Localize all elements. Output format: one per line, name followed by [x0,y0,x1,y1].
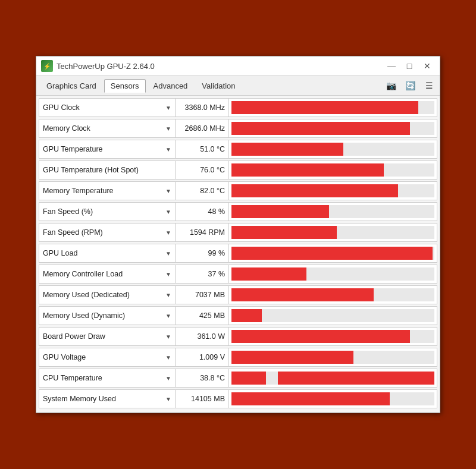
close-button[interactable]: ✕ [419,60,435,72]
sensor-bar-container-9 [229,285,437,304]
sensor-label-text: GPU Temperature (Hot Spot) [43,166,139,174]
sensor-label-9[interactable]: Memory Used (Dedicated)▼ [39,285,176,304]
menu-icons: 📷 🔄 ☰ [384,78,436,93]
sensor-bar-wrapper-13 [231,372,434,385]
sensor-row: GPU Load▼99 % [39,244,437,263]
sensor-bar-container-12 [229,348,437,367]
dropdown-arrow-icon: ▼ [165,271,171,278]
sensor-value-5: 48 % [176,202,229,221]
sensor-value-12: 1.009 V [176,348,229,367]
tab-sensors[interactable]: Sensors [104,79,146,93]
sensor-label-7[interactable]: GPU Load▼ [39,244,176,263]
dropdown-arrow-icon: ▼ [165,375,171,382]
refresh-icon[interactable]: 🔄 [403,78,417,93]
sensor-label-text: Fan Speed (RPM) [43,228,103,237]
sensor-bar-wrapper-2 [231,143,434,156]
sensor-value-0: 3368.0 MHz [176,98,229,117]
sensor-bar-container-14 [229,389,437,408]
tab-advanced[interactable]: Advanced [147,79,195,93]
sensor-bar-wrapper-1 [231,122,434,135]
sensor-label-text: GPU Voltage [43,353,86,361]
sensor-row: System Memory Used▼14105 MB [39,389,437,408]
sensor-bar-container-7 [229,244,437,263]
sensor-label-text: CPU Temperature [43,374,102,382]
sensor-bar-container-1 [229,119,437,138]
sensor-bar-fill-14 [231,392,390,405]
sensor-row: Fan Speed (RPM)▼1594 RPM [39,223,437,242]
sensor-label-5[interactable]: Fan Speed (%)▼ [39,202,176,221]
sensor-bar-fill-0 [231,101,418,114]
sensor-label-text: Board Power Draw [43,332,105,341]
sensor-bar-wrapper-12 [231,351,434,364]
sensor-bar-fill-2 [231,143,343,156]
dropdown-arrow-icon: ▼ [165,146,171,153]
app-icon: ⚡ [41,60,53,72]
sensor-label-6[interactable]: Fan Speed (RPM)▼ [39,223,176,242]
sensor-bar-wrapper-0 [231,101,434,114]
tab-graphics-card[interactable]: Graphics Card [40,79,103,93]
dropdown-arrow-icon: ▼ [165,250,171,257]
sensor-label-text: Memory Clock [43,124,90,133]
sensor-label-text: Fan Speed (%) [43,207,93,216]
sensor-label-0[interactable]: GPU Clock▼ [39,98,176,117]
sensor-bar-fill-5 [231,205,329,218]
sensors-content: GPU Clock▼3368.0 MHzMemory Clock▼2686.0 … [36,96,440,413]
sensor-value-8: 37 % [176,265,229,284]
dropdown-arrow-icon: ▼ [165,209,171,215]
sensor-bar-fill-9 [231,288,374,301]
sensor-row: CPU Temperature▼38.8 °C [39,369,437,388]
sensor-value-7: 99 % [176,244,229,263]
sensor-label-text: Memory Controller Load [43,270,123,278]
camera-icon[interactable]: 📷 [384,78,398,93]
sensor-label-text: Memory Used (Dedicated) [43,291,130,299]
hamburger-menu-icon[interactable]: ☰ [422,78,436,93]
sensor-bar-wrapper-3 [231,163,434,177]
sensor-bar-container-2 [229,140,437,159]
sensor-label-13[interactable]: CPU Temperature▼ [39,369,176,388]
sensor-label-8[interactable]: Memory Controller Load▼ [39,265,176,284]
sensor-bar-wrapper-8 [231,267,434,281]
sensor-label-2[interactable]: GPU Temperature▼ [39,140,176,159]
sensor-value-11: 361.0 W [176,327,229,346]
bar-base [231,372,434,385]
sensor-bar-container-13 [229,369,437,388]
title-bar: ⚡ TechPowerUp GPU-Z 2.64.0 — □ ✕ [36,56,440,76]
sensor-bar-wrapper-11 [231,330,434,343]
sensor-label-12[interactable]: GPU Voltage▼ [39,348,176,367]
sensor-bar-container-6 [229,223,437,242]
sensor-row: GPU Temperature▼51.0 °C [39,140,437,159]
sensor-label-10[interactable]: Memory Used (Dynamic)▼ [39,306,176,325]
sensor-value-9: 7037 MB [176,285,229,304]
sensor-value-1: 2686.0 MHz [176,119,229,138]
sensor-label-4[interactable]: Memory Temperature▼ [39,181,176,200]
sensor-label-3: GPU Temperature (Hot Spot) [39,160,176,180]
tab-validation[interactable]: Validation [195,79,242,93]
dropdown-arrow-icon: ▼ [165,105,171,111]
sensor-bar-wrapper-14 [231,392,434,405]
maximize-button[interactable]: □ [402,60,417,72]
sensor-label-text: GPU Clock [43,103,80,112]
dropdown-arrow-icon: ▼ [165,396,171,402]
sensor-label-text: GPU Temperature [43,145,103,153]
sensor-value-13: 38.8 °C [176,369,229,388]
sensor-bar-wrapper-5 [231,205,434,218]
sensor-bar-wrapper-7 [231,247,434,260]
sensor-value-4: 82.0 °C [176,181,229,200]
sensor-bar-container-10 [229,306,437,325]
window-title: TechPowerUp GPU-Z 2.64.0 [57,62,155,71]
sensor-value-14: 14105 MB [176,389,229,408]
sensor-label-text: Memory Used (Dynamic) [43,311,125,320]
sensor-label-1[interactable]: Memory Clock▼ [39,119,176,138]
sensor-value-2: 51.0 °C [176,140,229,159]
sensor-bar-fill-11 [231,330,410,343]
sensor-bar-wrapper-9 [231,288,434,301]
minimize-button[interactable]: — [384,60,399,72]
bar-dip [266,372,278,385]
sensor-row: Fan Speed (%)▼48 % [39,202,437,221]
sensor-bar-fill-10 [231,309,262,322]
dropdown-arrow-icon: ▼ [165,333,171,340]
sensor-value-3: 76.0 °C [176,160,229,180]
title-controls: — □ ✕ [384,60,435,72]
sensor-label-14[interactable]: System Memory Used▼ [39,389,176,408]
sensor-label-11[interactable]: Board Power Draw▼ [39,327,176,346]
